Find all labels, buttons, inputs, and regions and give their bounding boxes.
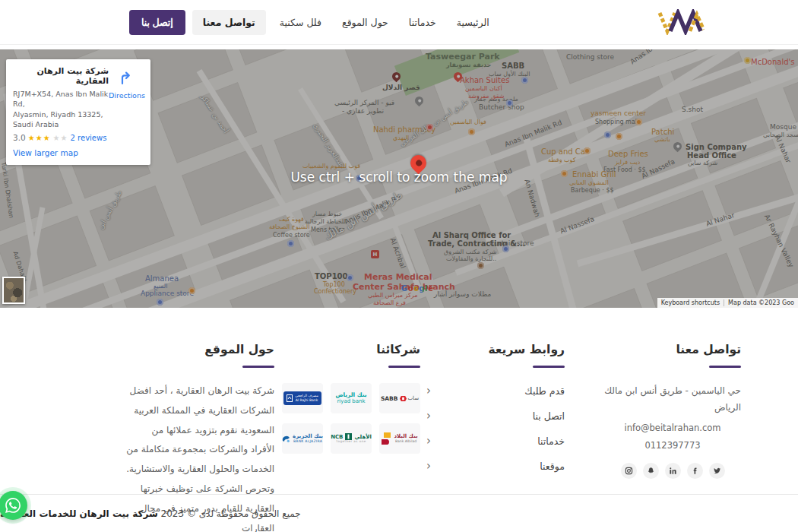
bank-name-en: BANK ALJAZIRA [293,439,322,443]
nav-villas[interactable]: فلل سكنية [273,11,328,34]
rating-stars-empty: ★★ [53,134,68,142]
title-underline [242,366,274,368]
place-title: شركة بيت الرهان العقارية [13,66,109,86]
contact-title: تواصل معنا [604,343,741,356]
map-data-credit: Map data ©2023 Goo [724,299,798,306]
chevron-left-icon: ‹ [426,410,431,422]
chevron-left-icon: ‹ [426,461,431,472]
albilad-shapes-icon [382,432,391,445]
snapchat-icon[interactable] [643,463,659,479]
directions-icon [118,69,135,86]
main-nav: الرئيسية خدماتنا حول الموقع فلل سكنية تو… [129,10,496,35]
facebook-icon[interactable] [687,463,703,479]
partner-logos-grid: ساب SABB بنك الرياض riyad bank مصرف الرا… [282,383,420,454]
call-us-button[interactable]: إتصل بنا [129,10,185,35]
directions-label: Directions [109,91,144,100]
footer-links-column: روابط سريعة قدم طلبك ‹ اتصل بنا ‹ خدماتن… [426,343,565,479]
reviews-link[interactable]: 2 reviews [71,134,107,142]
map-attribution: Keyboard shortcuts Map data ©2023 Goo [657,298,798,308]
brand-logo-icon [657,9,705,35]
alrajhi-emblem-icon [287,394,293,402]
social-links [604,463,741,479]
bank-name-ar: بنك الجزيرة [293,433,323,439]
satellite-view-thumbnail[interactable] [2,277,25,304]
brand-logo[interactable] [657,9,705,35]
rating-value: 3.0 [13,133,26,142]
map-zoom-hint: Use ctrl + scroll to zoom the map [0,169,798,185]
nav-home[interactable]: الرئيسية [450,11,496,34]
quick-link-label: قدم طلبك [524,385,565,397]
partner-ncb-logo[interactable]: الأهلي NCB together as one [331,423,372,454]
bank-name-en: Al Rajhi Bank [295,398,318,403]
quick-link-label: خدماتنا [537,435,565,447]
partner-albilad-logo[interactable]: بنك البلاد Bank Albilad [379,423,420,454]
sabb-hexagon-icon [400,395,407,402]
linkedin-icon[interactable] [665,463,681,479]
title-underline [709,366,741,368]
footer-contact-column: تواصل معنا حي الياسمين - طريق أنس ابن ما… [604,343,741,479]
nav-services[interactable]: خدماتنا [402,11,443,34]
view-larger-map-link[interactable]: View larger map [13,148,78,157]
about-title: حول الموقع [125,343,274,356]
bank-name-ar: بنك البلاد [394,433,417,439]
quick-link-submit-request[interactable]: قدم طلبك ‹ [426,378,565,404]
quick-link-label: موقعنا [540,461,565,472]
quick-link-services[interactable]: خدماتنا ‹ [426,429,565,454]
contact-address: حي الياسمين - طريق أنس ابن مالك الرياض [604,383,741,416]
copyright-bar: جميع الحقوق محفوظة لدى © 2023 شركة بيت ا… [0,494,798,532]
address-line-2: Alyasmin, Riyadh 13325, Saudi Arabia [13,110,103,128]
title-underline [388,366,420,368]
title-underline [533,366,565,368]
bank-name-en: Bank Albilad [395,439,416,443]
bank-name-ar: بنك الرياض [335,392,366,399]
rating-stars-filled: ★★★ [28,134,51,142]
keyboard-shortcuts-link[interactable]: Keyboard shortcuts [657,299,724,306]
whatsapp-icon [5,498,21,513]
rating-row: 3.0 ★★★★★ 2 reviews [13,133,109,142]
directions-button[interactable]: Directions [109,66,144,159]
quick-links-title: روابط سريعة [426,343,565,356]
partner-aljazira-logo[interactable]: بنك الجزيرة BANK ALJAZIRA [282,423,323,454]
google-map[interactable]: Tasweegar Parkحديقة تسويقارSABBالبنك الأ… [0,49,798,308]
copyright-text: جميع الحقوق محفوظة لدى © 2023 شركة بيت ا… [0,508,301,519]
header: الرئيسية خدماتنا حول الموقع فلل سكنية تو… [0,0,798,45]
map-info-card: شركة بيت الرهان العقارية RJ7M+X54, Anas … [6,59,150,165]
quick-link-label: اتصل بنا [533,410,565,422]
nav-contact[interactable]: تواصل معنا [192,10,266,35]
twitter-icon[interactable] [709,463,725,479]
contact-email[interactable]: info@beitalrahan.com [604,423,741,433]
address-line-1: RJ7M+X54, Anas Ibn Malik Rd, [13,90,108,108]
bank-name-ar: ساب [408,395,420,401]
bank-tagline: together as one [336,440,366,444]
footer-partners-column: شركائنا ساب SABB بنك الرياض riyad bank [282,343,420,454]
nav-about[interactable]: حول الموقع [335,11,395,34]
chevron-left-icon: ‹ [426,435,431,447]
partner-riyad-bank-logo[interactable]: بنك الرياض riyad bank [331,383,372,413]
place-address: RJ7M+X54, Anas Ibn Malik Rd, Alyasmin, R… [13,89,109,129]
bank-name-en: riyad bank [337,398,365,404]
instagram-icon[interactable] [621,463,637,479]
copyright-prefix: جميع الحقوق محفوظة لدى © 2023 [158,508,301,519]
partners-title: شركائنا [282,343,420,356]
quick-link-location[interactable]: موقعنا ‹ [426,454,565,479]
bank-name-en: SABB [381,395,398,402]
chevron-left-icon: ‹ [426,385,431,397]
contact-phone[interactable]: 0112397773 [604,440,741,451]
partner-alrajhi-logo[interactable]: مصرف الراجحي Al Rajhi Bank [282,383,323,413]
quick-link-call-us[interactable]: اتصل بنا ‹ [426,404,565,429]
partner-sabb-logo[interactable]: ساب SABB [379,383,420,413]
aljazira-swoosh-icon [282,435,290,443]
